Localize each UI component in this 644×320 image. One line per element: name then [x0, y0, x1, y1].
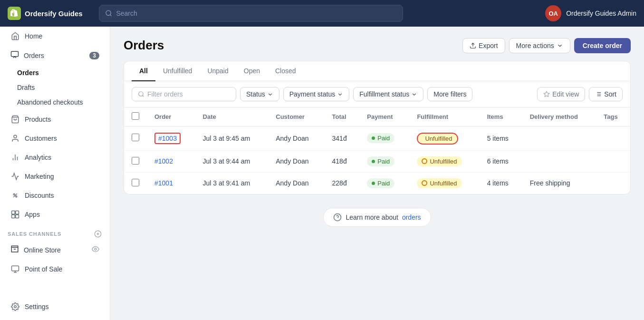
tab-open[interactable]: Open: [236, 61, 268, 81]
export-button[interactable]: Export: [462, 38, 505, 53]
sidebar-item-home[interactable]: Home: [3, 27, 107, 45]
sidebar-item-discounts[interactable]: Discounts: [3, 186, 107, 204]
svg-point-0: [106, 10, 111, 15]
customers-icon: [10, 134, 20, 143]
settings-icon: [10, 302, 20, 311]
col-items: Items: [480, 107, 522, 126]
order-items: 6 items: [480, 150, 522, 172]
online-store-label: Online Store: [24, 246, 61, 254]
online-store-icon: [10, 245, 19, 255]
learn-more-link[interactable]: orders: [402, 213, 421, 221]
eye-icon: [92, 245, 99, 254]
filter-orders-input[interactable]: [147, 90, 223, 98]
svg-rect-12: [16, 215, 19, 218]
sidebar-item-label: Discounts: [25, 192, 54, 199]
order-customer: Andy Doan: [268, 172, 324, 194]
tab-closed[interactable]: Closed: [268, 61, 304, 81]
star-icon: [543, 91, 550, 97]
sidebar-sub-item-drafts[interactable]: Drafts: [17, 80, 107, 95]
col-customer: Customer: [268, 107, 324, 126]
search-icon: [105, 10, 112, 17]
fulfillment-badge: Unfulfilled: [417, 178, 461, 188]
order-items: 4 items: [480, 172, 522, 194]
sidebar-item-analytics[interactable]: Analytics: [3, 148, 107, 166]
order-tags: [596, 150, 630, 172]
order-total: 341đ: [325, 126, 360, 151]
fulfillment-status-filter-button[interactable]: Fulfillment status: [353, 87, 423, 101]
sidebar-item-label: Products: [25, 116, 51, 123]
pos-icon: [10, 264, 20, 274]
col-delivery: Delivery method: [522, 107, 596, 126]
sidebar-item-marketing[interactable]: Marketing: [3, 167, 107, 185]
sidebar-item-label: Point of Sale: [25, 265, 62, 273]
products-icon: [10, 115, 20, 124]
order-total: 418đ: [325, 150, 360, 172]
order-delivery: [522, 126, 596, 151]
more-actions-button[interactable]: More actions: [509, 38, 570, 53]
sidebar-sub-item-abandoned[interactable]: Abandoned checkouts: [17, 95, 107, 109]
brand-name: Ordersify Guides: [25, 10, 83, 18]
sidebar-item-settings[interactable]: Settings: [3, 298, 107, 316]
marketing-icon: [10, 172, 20, 181]
avatar[interactable]: OA: [545, 5, 561, 21]
sidebar-item-orders[interactable]: Orders 3: [3, 46, 107, 65]
order-fulfillment: Unfulfilled: [409, 150, 479, 172]
global-search[interactable]: [99, 5, 403, 22]
status-filter-button[interactable]: Status: [240, 87, 279, 101]
row-checkbox[interactable]: [132, 134, 139, 141]
select-all-checkbox[interactable]: [132, 112, 139, 120]
svg-point-16: [95, 248, 96, 250]
question-circle-icon: [333, 213, 342, 222]
sidebar-item-apps[interactable]: Apps: [3, 205, 107, 223]
order-delivery: Free shipping: [522, 172, 596, 194]
order-customer: Andy Doan: [268, 150, 324, 172]
table-row: #1001Jul 3 at 9:41 amAndy Doan228đPaidUn…: [124, 172, 630, 194]
sort-button[interactable]: Sort: [589, 87, 623, 101]
order-link[interactable]: #1001: [154, 179, 173, 187]
sidebar: Home Orders 3 Orders Drafts Abandoned ch…: [0, 27, 110, 320]
payment-badge: Paid: [367, 178, 394, 188]
edit-view-button[interactable]: Edit view: [537, 87, 585, 101]
page-header: Orders Export More actions Create order: [124, 38, 631, 53]
svg-rect-17: [12, 266, 19, 271]
brand-logo[interactable]: Ordersify Guides: [8, 7, 93, 20]
row-checkbox[interactable]: [132, 157, 139, 165]
order-link[interactable]: #1003: [154, 133, 181, 144]
order-fulfillment: Unfulfilled: [409, 172, 479, 194]
order-payment: Paid: [359, 150, 409, 172]
search-input[interactable]: [116, 10, 397, 17]
sidebar-item-customers[interactable]: Customers: [3, 129, 107, 147]
create-order-button[interactable]: Create order: [574, 38, 631, 53]
tab-unpaid[interactable]: Unpaid: [200, 61, 236, 81]
order-fulfillment: Unfulfilled: [409, 126, 479, 151]
learn-more-text: Learn more about: [346, 213, 398, 221]
filter-search-box[interactable]: [132, 87, 236, 101]
svg-marker-23: [544, 91, 549, 97]
order-link[interactable]: #1002: [154, 157, 173, 165]
home-icon: [10, 31, 20, 41]
settings-label: Settings: [25, 303, 49, 310]
chevron-down-icon: [557, 42, 563, 49]
sidebar-item-products[interactable]: Products: [3, 110, 107, 128]
more-filters-button[interactable]: More filters: [427, 87, 472, 101]
payment-badge: Paid: [367, 156, 394, 166]
tab-unfulfilled[interactable]: Unfulfilled: [155, 61, 200, 81]
col-total: Total: [325, 107, 360, 126]
orders-card: All Unfulfilled Unpaid Open Closed Statu…: [124, 61, 631, 194]
payment-status-filter-button[interactable]: Payment status: [283, 87, 350, 101]
sidebar-sub-item-orders[interactable]: Orders: [17, 66, 107, 80]
fulfillment-badge-highlighted: Unfulfilled: [417, 133, 458, 145]
table-row: #1002Jul 3 at 9:44 amAndy Doan418đPaidUn…: [124, 150, 630, 172]
order-payment: Paid: [359, 126, 409, 151]
order-tags: [596, 172, 630, 194]
fulfillment-badge: Unfulfilled: [417, 156, 461, 166]
sidebar-item-online-store[interactable]: Online Store: [3, 241, 107, 259]
row-checkbox[interactable]: [132, 179, 139, 186]
order-items: 5 items: [480, 126, 522, 151]
add-sales-channel-icon[interactable]: [94, 230, 102, 238]
order-delivery: [522, 150, 596, 172]
tab-all[interactable]: All: [132, 61, 155, 81]
sidebar-item-label: Marketing: [25, 173, 54, 180]
sidebar-item-pos[interactable]: Point of Sale: [3, 260, 107, 278]
sidebar-item-label: Home: [25, 32, 42, 40]
